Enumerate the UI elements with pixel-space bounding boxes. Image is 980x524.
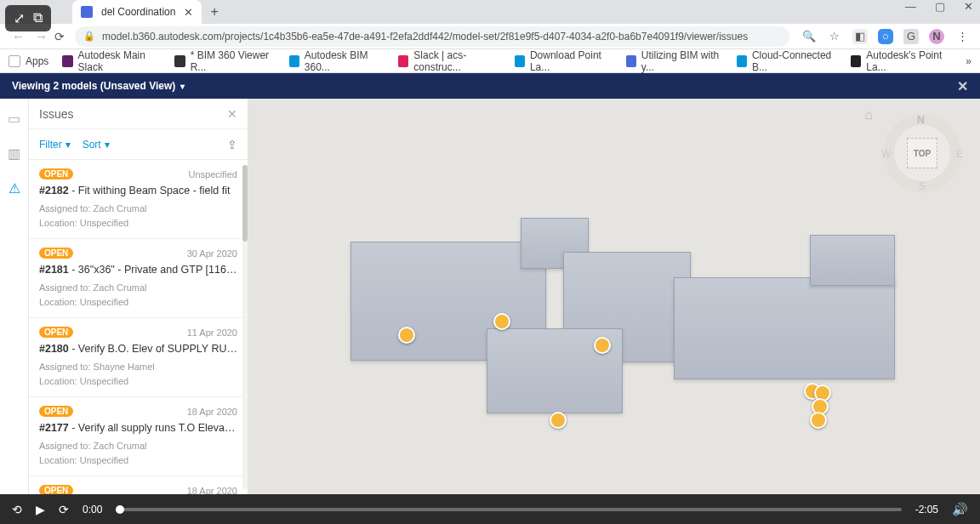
status-badge: OPEN [39, 406, 73, 417]
issue-title: #2180 - Verify B.O. Elev of SUPPLY RUNS … [39, 343, 237, 355]
compass-e: E [956, 148, 963, 160]
chevron-down-icon: ▾ [105, 139, 110, 151]
issue-pin[interactable] [550, 412, 567, 429]
pip-icon[interactable]: ⧉ [33, 10, 43, 26]
close-icon[interactable]: ✕ [184, 6, 193, 19]
forward-button[interactable]: ⟳ [59, 503, 69, 516]
scrollbar-track[interactable] [242, 165, 248, 489]
issue-meta: Assigned to: Zach CrumalLocation: Unspec… [39, 281, 237, 309]
chevron-down-icon: ▾ [66, 139, 71, 151]
issue-meta: Assigned to: Zach CrumalLocation: Unspec… [39, 202, 237, 230]
minimize-icon[interactable]: — [905, 0, 916, 13]
layers-icon[interactable]: ▥ [8, 145, 20, 162]
kebab-icon[interactable]: ⋮ [954, 29, 970, 44]
cube-face[interactable]: TOP [907, 138, 937, 168]
status-badge: OPEN [39, 485, 73, 494]
volume-icon[interactable]: 🔊 [952, 502, 968, 517]
issue-item[interactable]: OPEN11 Apr 2020 #2180 - Verify B.O. Elev… [29, 318, 248, 397]
floorplan [350, 218, 886, 456]
issue-title: #2182 - Fit withing Beam Space - field f… [39, 185, 237, 196]
reload-icon[interactable]: ⟳ [54, 30, 65, 43]
sort-button[interactable]: Sort ▾ [83, 139, 110, 151]
issues-panel: Issues ✕ Filter ▾ Sort ▾ ⇪ OPENUnspecifi… [29, 99, 248, 494]
bookmarks-overflow-icon[interactable]: » [966, 55, 971, 67]
current-time: 0:00 [83, 504, 102, 515]
export-icon[interactable]: ⇪ [227, 138, 237, 151]
tab-title: del Coordination [101, 6, 175, 18]
left-rail: ▭ ▥ ⚠ [0, 99, 29, 494]
view-cube[interactable]: TOP N S E W [883, 114, 961, 192]
bookmark-item[interactable]: Autodesk BIM 360... [289, 49, 385, 73]
issue-pin[interactable] [810, 412, 827, 429]
app-header: Viewing 2 models (Unsaved View) ▾ ✕ [0, 73, 980, 99]
panel-title: Issues [39, 107, 73, 121]
issue-pin[interactable] [493, 313, 510, 330]
rewind-button[interactable]: ⟲ [12, 503, 22, 516]
bookmark-item[interactable]: Utilizing BIM with y... [626, 49, 723, 73]
bookmark-item[interactable]: Download Point La... [515, 49, 612, 73]
bookmark-item[interactable]: Slack | acs-construc... [398, 49, 501, 73]
home-icon[interactable]: ⌂ [864, 107, 873, 122]
star-icon[interactable]: ☆ [827, 29, 842, 44]
new-tab-button[interactable]: + [210, 4, 218, 20]
address-bar: ← → ⟳ 🔒 model.b360.autodesk.com/projects… [0, 24, 980, 49]
issue-item[interactable]: OPEN18 Apr 2020 #2176 - Mechanical Suppl… [29, 476, 248, 494]
issue-date: 18 Apr 2020 [187, 486, 237, 495]
progress-bar[interactable] [116, 508, 901, 511]
apps-button[interactable]: Apps [9, 55, 48, 67]
profile-avatar[interactable]: N [929, 29, 944, 44]
ext3-icon[interactable]: G [903, 29, 919, 44]
issue-item[interactable]: OPENUnspecified #2182 - Fit withing Beam… [29, 160, 248, 239]
remaining-time: -2:05 [915, 504, 938, 515]
bookmark-item[interactable]: Autodesk Main Slack [62, 49, 161, 73]
model-viewer[interactable]: ⌂ TOP N S E W [248, 99, 980, 494]
chevron-down-icon[interactable]: ▾ [180, 82, 185, 91]
progress-thumb[interactable] [116, 505, 124, 514]
issue-pin[interactable] [398, 327, 415, 344]
compass-s: S [919, 180, 926, 192]
issue-date: 30 Apr 2020 [187, 248, 237, 259]
close-icon[interactable]: ✕ [957, 78, 968, 94]
video-controls: ⟲ ▶ ⟳ 0:00 -2:05 🔊 [0, 494, 980, 524]
issue-date: 18 Apr 2020 [187, 407, 237, 417]
compass-w: W [881, 148, 891, 160]
lock-icon: 🔒 [83, 31, 95, 42]
browser-tab[interactable]: del Coordination ✕ [72, 0, 202, 24]
filter-button[interactable]: Filter ▾ [39, 139, 71, 151]
status-badge: OPEN [39, 248, 73, 259]
scrollbar-thumb[interactable] [242, 165, 248, 242]
issue-date: Unspecified [189, 169, 237, 179]
status-badge: OPEN [39, 168, 73, 179]
compass-n: N [917, 114, 925, 126]
ext2-icon[interactable]: ○ [878, 29, 893, 44]
bookmark-item[interactable]: * BIM 360 Viewer R... [174, 49, 275, 73]
issue-item[interactable]: OPEN30 Apr 2020 #2181 - 36"x36" - Privat… [29, 239, 248, 318]
maximize-icon[interactable]: ▢ [935, 0, 945, 13]
view-title: Viewing 2 models (Unsaved View) [12, 80, 175, 92]
models-icon[interactable]: ▭ [8, 111, 20, 127]
play-button[interactable]: ▶ [36, 503, 45, 516]
close-icon[interactable]: ✕ [227, 107, 237, 121]
window-close-icon[interactable]: ✕ [964, 0, 973, 13]
browser-tab-strip: del Coordination ✕ + — ▢ ✕ [0, 0, 980, 24]
issue-date: 11 Apr 2020 [187, 328, 237, 338]
issues-icon[interactable]: ⚠ [9, 180, 20, 196]
issue-title: #2177 - Verify all supply runs T.O Eleva… [39, 422, 237, 434]
issue-title: #2181 - 36"x36" - Private and GTP [11679… [39, 264, 237, 276]
issue-pin[interactable] [594, 337, 611, 354]
url-input[interactable]: 🔒 model.b360.autodesk.com/projects/1c4b3… [75, 26, 789, 47]
issues-list[interactable]: OPENUnspecified #2182 - Fit withing Beam… [29, 160, 248, 494]
issue-meta: Assigned to: Zach CrumalLocation: Unspec… [39, 439, 237, 467]
search-icon[interactable]: 🔍 [801, 29, 817, 44]
tab-favicon [81, 6, 93, 18]
ext1-icon[interactable]: ◧ [852, 29, 868, 44]
expand-icon[interactable]: ⤢ [14, 10, 25, 26]
issue-item[interactable]: OPEN18 Apr 2020 #2177 - Verify all suppl… [29, 397, 248, 476]
bookmark-item[interactable]: Autodesk's Point La... [851, 49, 952, 73]
bookmark-item[interactable]: Cloud-Connected B... [737, 49, 837, 73]
bookmarks-bar: Apps Autodesk Main Slack * BIM 360 Viewe… [0, 49, 980, 73]
url-text: model.b360.autodesk.com/projects/1c4b35b… [102, 31, 748, 43]
video-overlay-controls[interactable]: ⤢ ⧉ [5, 5, 51, 31]
issue-meta: Assigned to: Shayne HamelLocation: Unspe… [39, 360, 237, 388]
status-badge: OPEN [39, 327, 73, 338]
